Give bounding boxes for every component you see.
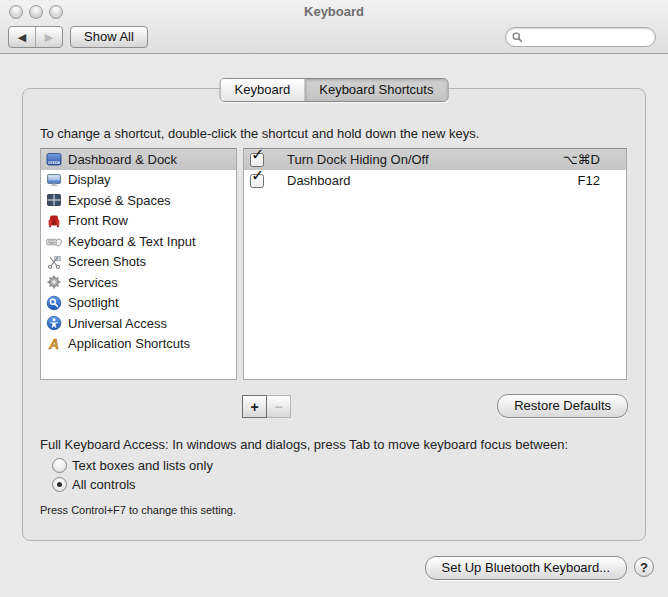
instruction-text: To change a shortcut, double-click the s… [40, 126, 479, 141]
svg-text:A: A [48, 336, 59, 352]
category-list: Dashboard & Dock Display Exposé & Spaces… [40, 148, 237, 380]
category-label: Front Row [68, 213, 128, 228]
shortcut-label: Dashboard [287, 173, 578, 188]
shortcut-label: Turn Dock Hiding On/Off [287, 152, 563, 167]
category-label: Application Shortcuts [68, 336, 190, 351]
category-label: Screen Shots [68, 254, 146, 269]
checkmark-icon: ✓ [251, 148, 264, 163]
add-shortcut-button[interactable]: + [242, 395, 267, 418]
tab-keyboard[interactable]: Keyboard [221, 79, 305, 101]
shortcut-keys[interactable]: F12 [578, 173, 600, 188]
set-up-bluetooth-keyboard-button[interactable]: Set Up Bluetooth Keyboard... [425, 556, 627, 580]
search-field[interactable] [505, 27, 656, 47]
tab-bar: Keyboard Keyboard Shortcuts [220, 78, 449, 102]
category-row-expose-spaces[interactable]: Exposé & Spaces [41, 190, 236, 211]
dock-icon [46, 151, 62, 167]
category-label: Universal Access [68, 316, 167, 331]
title-bar[interactable]: Keyboard [0, 0, 668, 22]
category-row-spotlight[interactable]: Spotlight [41, 293, 236, 314]
category-row-screen-shots[interactable]: Screen Shots [41, 252, 236, 273]
category-label: Keyboard & Text Input [68, 234, 196, 249]
category-label: Dashboard & Dock [68, 152, 177, 167]
category-row-dashboard-dock[interactable]: Dashboard & Dock [41, 149, 236, 170]
forward-button[interactable]: ▶ [36, 27, 62, 47]
checkmark-icon: ✓ [251, 168, 264, 184]
radio-all-controls[interactable]: All controls [52, 477, 136, 492]
help-button[interactable]: ? [634, 557, 654, 577]
application-shortcuts-icon: A [46, 336, 62, 352]
category-row-keyboard-text-input[interactable]: Keyboard & Text Input [41, 231, 236, 252]
category-row-front-row[interactable]: Front Row [41, 211, 236, 232]
display-icon [46, 172, 62, 188]
history-nav: ◀ ▶ [8, 26, 63, 48]
radio-label: Text boxes and lists only [72, 458, 213, 473]
tab-keyboard-shortcuts[interactable]: Keyboard Shortcuts [304, 79, 447, 101]
show-all-button[interactable]: Show All [70, 26, 148, 48]
radio-dot [57, 482, 62, 487]
radio-button[interactable] [52, 458, 67, 473]
shortcut-row-dock-hiding[interactable]: ✓ Turn Dock Hiding On/Off ⌥⌘D [244, 149, 626, 170]
radio-button[interactable] [52, 477, 67, 492]
remove-shortcut-button[interactable]: − [267, 395, 291, 418]
screen-shots-icon [46, 254, 62, 270]
gear-icon [46, 274, 62, 290]
shortcut-checkbox[interactable]: ✓ [250, 153, 264, 167]
universal-access-icon [46, 315, 62, 331]
radio-text-boxes-and-lists-only[interactable]: Text boxes and lists only [52, 458, 213, 473]
category-row-universal-access[interactable]: Universal Access [41, 313, 236, 334]
add-remove-group: + − [242, 395, 291, 418]
shortcut-list: ✓ Turn Dock Hiding On/Off ⌥⌘D ✓ Dashboar… [243, 148, 627, 380]
category-row-display[interactable]: Display [41, 170, 236, 191]
category-label: Spotlight [68, 295, 119, 310]
keyboard-mouse-icon [46, 233, 62, 249]
spotlight-icon [46, 295, 62, 311]
shortcut-keys[interactable]: ⌥⌘D [563, 152, 600, 167]
back-button[interactable]: ◀ [9, 27, 36, 47]
search-input[interactable] [527, 29, 641, 45]
radio-label: All controls [72, 477, 136, 492]
category-row-services[interactable]: Services [41, 272, 236, 293]
shortcut-checkbox[interactable]: ✓ [250, 174, 264, 188]
search-icon [511, 31, 524, 44]
expose-spaces-icon [46, 192, 62, 208]
full-keyboard-access-description: Full Keyboard Access: In windows and dia… [40, 437, 568, 452]
front-row-icon [46, 213, 62, 229]
control-f7-note: Press Control+F7 to change this setting. [40, 504, 236, 516]
category-label: Services [68, 275, 118, 290]
window-header: Keyboard ◀ ▶ Show All [0, 0, 668, 54]
restore-defaults-button[interactable]: Restore Defaults [497, 394, 628, 418]
category-label: Display [68, 172, 111, 187]
category-label: Exposé & Spaces [68, 193, 171, 208]
system-preferences-window: Keyboard ◀ ▶ Show All Keyboard Keyboard … [0, 0, 668, 597]
shortcut-row-dashboard[interactable]: ✓ Dashboard F12 [244, 170, 626, 191]
category-row-application-shortcuts[interactable]: A Application Shortcuts [41, 334, 236, 355]
window-title: Keyboard [0, 4, 668, 19]
